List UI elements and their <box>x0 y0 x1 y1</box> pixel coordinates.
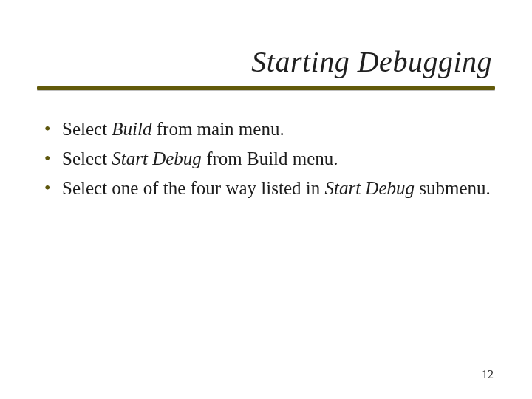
italic-term: Build <box>112 119 151 139</box>
list-item: Select Start Debug from Build menu. <box>41 146 495 171</box>
list-item: Select Build from main menu. <box>41 117 495 142</box>
text-span: Select <box>62 149 112 168</box>
page-number: 12 <box>482 368 494 381</box>
text-span: Select <box>62 119 112 139</box>
text-span: Select one of the four way listed in <box>62 178 324 198</box>
slide: Starting Debugging Select Build from mai… <box>0 0 532 399</box>
slide-title: Starting Debugging <box>251 44 492 79</box>
italic-term: Start Debug <box>324 178 415 198</box>
text-span: submenu. <box>415 178 491 198</box>
accent-bar <box>37 86 495 90</box>
list-item: Select one of the four way listed in Sta… <box>41 176 495 201</box>
italic-term: Start Debug <box>112 149 202 168</box>
text-span: from main menu. <box>152 119 284 139</box>
bullet-list: Select Build from main menu. Select Star… <box>37 117 495 200</box>
text-span: from Build menu. <box>202 149 338 168</box>
heading-wrap: Starting Debugging <box>37 44 495 79</box>
